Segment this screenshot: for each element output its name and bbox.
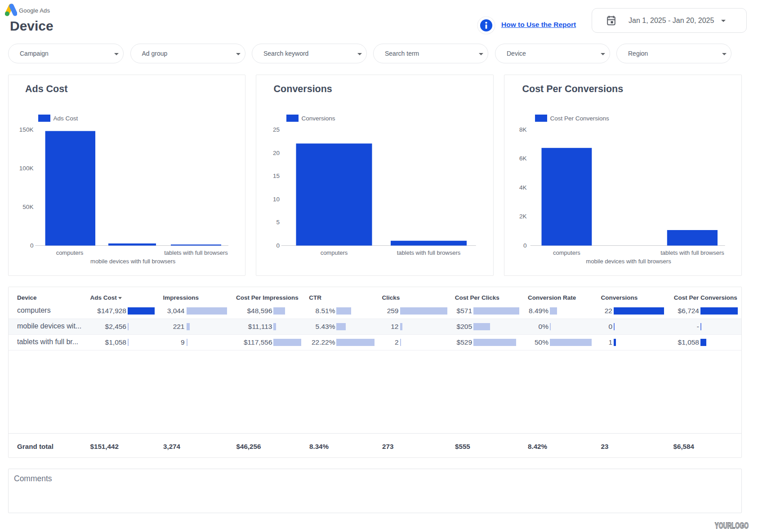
- svg-text:Cost Per Conversions: Cost Per Conversions: [522, 84, 624, 94]
- svg-text:0: 0: [276, 242, 280, 249]
- svg-text:20: 20: [273, 150, 280, 156]
- svg-text:Conversions: Conversions: [302, 115, 335, 122]
- svg-text:Ads Cost: Ads Cost: [54, 115, 78, 122]
- svg-text:computers: computers: [553, 249, 580, 256]
- svg-text:computers: computers: [56, 249, 84, 256]
- svg-text:6K: 6K: [519, 155, 527, 162]
- svg-text:0: 0: [523, 242, 527, 249]
- svg-text:50K: 50K: [22, 204, 33, 210]
- svg-text:10: 10: [273, 196, 280, 203]
- svg-text:Conversions: Conversions: [274, 84, 332, 94]
- svg-text:25: 25: [273, 126, 280, 133]
- svg-text:mobile devices with full brows: mobile devices with full browsers: [586, 258, 671, 265]
- svg-text:tablets with full browsers: tablets with full browsers: [660, 249, 724, 256]
- svg-text:8K: 8K: [519, 126, 527, 133]
- svg-text:0: 0: [30, 242, 34, 249]
- svg-text:2K: 2K: [519, 213, 527, 220]
- svg-text:15: 15: [273, 173, 280, 179]
- svg-text:Ads Cost: Ads Cost: [25, 84, 67, 94]
- svg-text:150K: 150K: [19, 126, 34, 133]
- svg-text:computers: computers: [321, 249, 348, 256]
- svg-text:mobile devices with full brows: mobile devices with full browsers: [90, 258, 176, 265]
- svg-text:Cost Per Conversions: Cost Per Conversions: [550, 115, 610, 122]
- svg-text:5: 5: [276, 219, 280, 226]
- svg-text:4K: 4K: [519, 184, 527, 191]
- svg-text:100K: 100K: [19, 165, 34, 172]
- svg-text:tablets with full browsers: tablets with full browsers: [397, 249, 461, 256]
- svg-text:tablets with full browsers: tablets with full browsers: [164, 249, 228, 256]
